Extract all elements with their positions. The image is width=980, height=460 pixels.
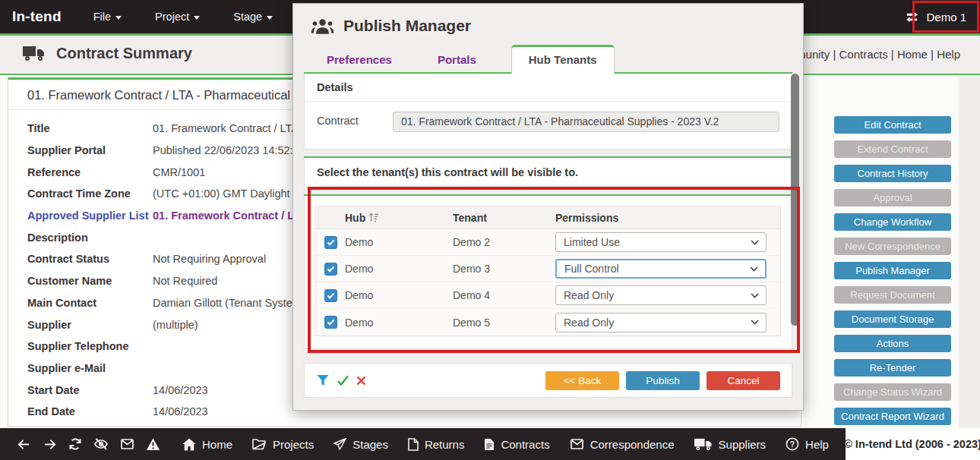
tenant-checkbox-checked[interactable]: [324, 316, 337, 329]
nav-returns[interactable]: Returns: [408, 438, 465, 451]
copyright-text: © In-tend Ltd (2006 - 2023): [846, 428, 980, 460]
bottom-toolbar: Home Projects Stages Returns Contracts C…: [0, 428, 846, 460]
details-panel: Details Contract 01. Framework Contract …: [304, 74, 792, 150]
truck-icon: [694, 438, 713, 451]
dialog-scrollbar[interactable]: [791, 74, 799, 326]
nav-home[interactable]: Home: [182, 438, 232, 451]
warning-icon[interactable]: [140, 438, 166, 451]
tenant-switcher[interactable]: Demo 1: [897, 4, 974, 30]
action-sidebar: Edit Contract Extend Contract Contract H…: [834, 116, 951, 425]
page-gutter: [959, 75, 980, 428]
dialog-tabs: Preferences Portals Hub Tenants: [316, 44, 803, 72]
home-icon: [182, 438, 196, 451]
nav-help[interactable]: ? Help: [786, 437, 829, 451]
file-icon: [408, 438, 419, 451]
mail-icon[interactable]: [114, 438, 140, 450]
new-correspondence-button: New Correspondence: [834, 238, 951, 255]
dialog-title: Publish Manager: [343, 17, 471, 35]
tenant-checkbox-checked[interactable]: [324, 263, 337, 276]
approval-button: Approval: [834, 189, 951, 206]
nav-correspondence[interactable]: Correspondence: [570, 438, 675, 451]
actions-button[interactable]: Actions: [834, 335, 951, 352]
tenant-checkbox-checked[interactable]: [324, 289, 337, 302]
request-document-button: Request Document: [834, 286, 951, 304]
re-tender-button[interactable]: Re-Tender: [834, 359, 951, 377]
forward-arrow-icon[interactable]: [36, 438, 62, 451]
publish-manager-button[interactable]: Publish Manager: [834, 262, 951, 279]
publish-button[interactable]: Publish: [626, 371, 700, 390]
caret-down-icon: [194, 16, 200, 20]
column-tenant: Tenant: [453, 212, 555, 224]
app-brand: In-tend: [12, 8, 62, 25]
chevron-down-icon: [751, 240, 759, 245]
eye-slash-icon[interactable]: [88, 437, 114, 451]
document-storage-button[interactable]: Document Storage: [834, 310, 951, 328]
permission-select[interactable]: Read Only: [555, 313, 767, 332]
swap-arrows-icon: [905, 11, 919, 23]
app-window: In-tend File Project Stage Contracts Dem…: [0, 0, 980, 460]
tab-hub-tenants[interactable]: Hub Tenants: [511, 45, 615, 74]
caret-down-icon: [267, 16, 273, 20]
tenant-table-header: Hub Tenant Permissions: [316, 206, 780, 229]
nav-suppliers[interactable]: Suppliers: [694, 438, 767, 451]
svg-text:?: ?: [790, 440, 795, 449]
envelope-icon: [570, 438, 584, 450]
tenant-checkbox-checked[interactable]: [324, 236, 337, 249]
details-heading: Details: [305, 74, 792, 102]
contract-field[interactable]: 01. Framework Contract / LTA - Pharmaceu…: [393, 112, 779, 132]
refresh-icon[interactable]: [62, 437, 88, 451]
column-hub: Hub: [345, 212, 365, 224]
permission-select[interactable]: Read Only: [555, 285, 767, 305]
permission-select-focused[interactable]: Full Control: [555, 259, 767, 279]
truck-icon: [23, 46, 46, 61]
nav-stages[interactable]: Stages: [334, 438, 388, 451]
help-icon: ?: [786, 437, 799, 451]
nav-contracts[interactable]: Contracts: [484, 438, 549, 451]
chevron-down-icon: [750, 266, 758, 272]
chevron-down-icon: [751, 293, 759, 298]
extend-contract-button: Extend Contract: [834, 140, 951, 158]
back-arrow-icon[interactable]: [11, 438, 36, 451]
caret-down-icon: [115, 16, 122, 20]
tab-preferences[interactable]: Preferences: [316, 47, 403, 72]
tenant-table: Hub Tenant Permissions Demo Demo 2 Limit…: [315, 206, 781, 336]
tenant-row: Demo Demo 4 Read Only: [316, 282, 780, 309]
publish-manager-dialog: Publish Manager Preferences Portals Hub …: [292, 3, 804, 411]
tenant-row: Demo Demo 5 Read Only: [316, 309, 780, 336]
contract-field-label: Contract: [317, 112, 393, 132]
clear-x-icon[interactable]: [356, 376, 366, 386]
contract-report-wizard-button[interactable]: Contract Report Wizard: [834, 408, 951, 425]
contract-history-button[interactable]: Contract History: [834, 165, 951, 182]
permission-select[interactable]: Limited Use: [555, 232, 767, 252]
tenant-name: Demo 1: [926, 11, 966, 24]
cancel-button[interactable]: Cancel: [707, 371, 780, 390]
change-status-wizard-button: Change Status Wizard: [834, 383, 951, 401]
tenant-select-instruction: Select the tenant(s) this contract will …: [305, 158, 792, 187]
tenant-row: Demo Demo 2 Limited Use: [316, 229, 780, 256]
menu-project[interactable]: Project: [155, 11, 200, 23]
column-permissions: Permissions: [555, 212, 780, 224]
confirm-check-icon[interactable]: [337, 375, 349, 386]
back-button[interactable]: << Back: [545, 371, 619, 390]
menu-file[interactable]: File: [93, 11, 122, 23]
filter-icon[interactable]: [316, 374, 330, 387]
menu-stage[interactable]: Stage: [233, 11, 273, 23]
page-title: Contract Summary: [56, 45, 192, 62]
sort-icon[interactable]: [368, 213, 379, 222]
chevron-down-icon: [751, 320, 759, 325]
tenant-table-panel: Hub Tenant Permissions Demo Demo 2 Limit…: [304, 196, 792, 349]
tenant-row: Demo Demo 3 Full Control: [316, 256, 780, 282]
tenant-select-header-panel: Select the tenant(s) this contract will …: [304, 158, 792, 187]
dialog-footer: << Back Publish Cancel: [304, 363, 792, 398]
tab-portals[interactable]: Portals: [427, 47, 487, 72]
nav-projects[interactable]: Projects: [252, 438, 314, 451]
change-workflow-button[interactable]: Change Workflow: [834, 213, 951, 231]
users-icon: [311, 17, 334, 35]
edit-contract-button[interactable]: Edit Contract: [834, 116, 951, 134]
file-contract-icon: [484, 438, 495, 451]
paper-plane-icon: [334, 438, 346, 450]
folder-icon: [252, 438, 267, 450]
